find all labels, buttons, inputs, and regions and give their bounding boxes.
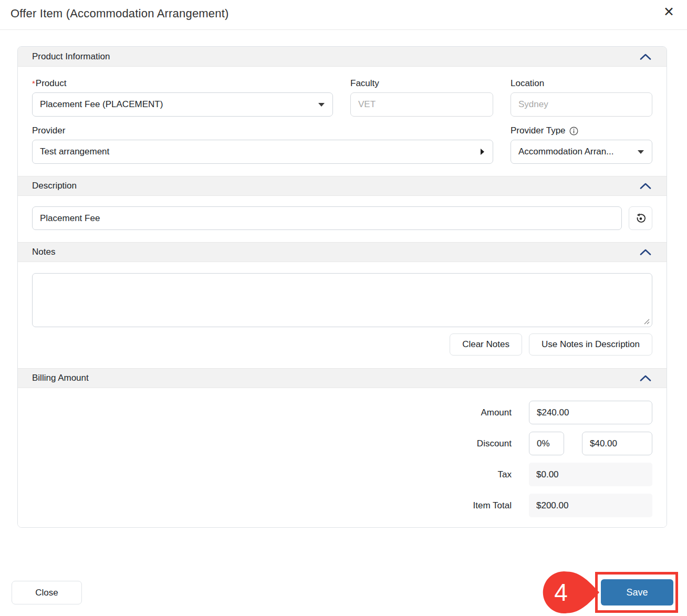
collapse-description-button[interactable] (639, 182, 652, 190)
close-icon[interactable]: ✕ (663, 5, 674, 18)
modal-title: Offer Item (Accommodation Arrangement) (11, 7, 229, 20)
section-header-billing-amount: Billing Amount (18, 368, 667, 388)
description-body (18, 196, 667, 242)
reset-icon (635, 213, 647, 224)
provider-type-label: Provider Type (511, 126, 652, 136)
faculty-label: Faculty (350, 78, 493, 89)
collapse-product-information-button[interactable] (639, 53, 652, 61)
chevron-up-icon (640, 249, 651, 255)
item-total-label: Item Total (473, 500, 512, 511)
info-icon[interactable] (569, 127, 578, 135)
product-value: Placement Fee (PLACEMENT) (40, 99, 163, 110)
faculty-value: VET (358, 99, 376, 110)
provider-type-value: Accommodation Arran... (518, 147, 613, 157)
tax-value: $0.00 (529, 463, 652, 486)
description-input[interactable] (32, 206, 622, 230)
tax-row: Tax $0.00 (32, 463, 652, 486)
annotation-step-balloon: 4 (540, 570, 600, 614)
provider-value: Test arrangement (40, 147, 109, 157)
modal-header: Offer Item (Accommodation Arrangement) ✕ (0, 0, 687, 30)
chevron-up-icon (640, 54, 651, 60)
chevron-down-icon (318, 103, 325, 107)
tax-label: Tax (498, 469, 512, 480)
required-marker: * (32, 79, 35, 88)
location-label: Location (511, 78, 652, 89)
discount-percent-input[interactable] (529, 432, 564, 455)
reset-description-button[interactable] (629, 206, 652, 230)
chevron-up-icon (640, 375, 651, 381)
section-title-description: Description (32, 181, 77, 191)
product-information-body: *Product Placement Fee (PLACEMENT) Facul… (18, 67, 667, 176)
billing-body: Amount Discount Tax $0.00 Item Total $20… (18, 388, 667, 527)
annotation-step-number: 4 (554, 579, 568, 606)
section-title-notes: Notes (32, 247, 55, 257)
provider-type-dropdown[interactable]: Accommodation Arran... (511, 140, 652, 164)
faculty-field: VET (350, 92, 493, 117)
clear-notes-button[interactable]: Clear Notes (450, 333, 522, 356)
collapse-billing-amount-button[interactable] (639, 374, 652, 382)
item-total-value: $200.00 (529, 494, 652, 517)
amount-row: Amount (32, 401, 652, 424)
save-button[interactable]: Save (601, 579, 673, 605)
section-title-billing-amount: Billing Amount (32, 373, 89, 383)
provider-picker[interactable]: Test arrangement (32, 140, 493, 164)
notes-body: Clear Notes Use Notes in Description (18, 262, 667, 368)
item-total-row: Item Total $200.00 (32, 494, 652, 517)
amount-label: Amount (481, 408, 512, 418)
notes-textarea[interactable] (32, 273, 652, 327)
section-header-notes: Notes (18, 242, 667, 262)
close-button[interactable]: Close (12, 581, 82, 604)
discount-label: Discount (477, 438, 512, 449)
section-header-description: Description (18, 176, 667, 196)
product-dropdown[interactable]: Placement Fee (PLACEMENT) (32, 92, 333, 117)
use-notes-in-description-button[interactable]: Use Notes in Description (529, 333, 652, 356)
provider-label: Provider (32, 126, 493, 136)
discount-amount-input[interactable] (582, 432, 652, 455)
amount-input[interactable] (529, 401, 652, 424)
section-header-product-information: Product Information (18, 47, 667, 67)
chevron-down-icon (638, 150, 644, 154)
product-label: *Product (32, 78, 333, 89)
discount-row: Discount (32, 432, 652, 455)
location-field: Sydney (511, 92, 652, 117)
offer-item-form: Product Information *Product Placement F… (17, 46, 667, 528)
chevron-up-icon (640, 183, 651, 189)
location-value: Sydney (518, 99, 548, 110)
section-title-product-information: Product Information (32, 51, 110, 62)
chevron-right-icon (481, 149, 484, 155)
collapse-notes-button[interactable] (639, 248, 652, 256)
